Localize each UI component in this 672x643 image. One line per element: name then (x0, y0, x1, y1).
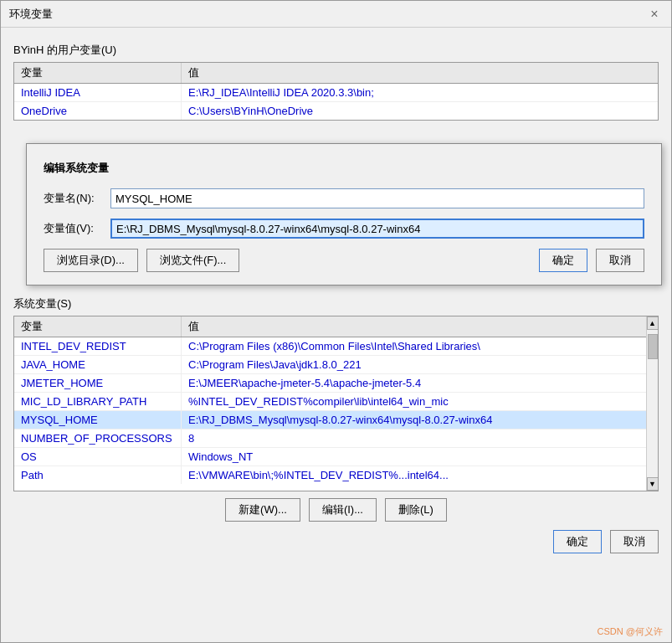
user-header-value: 值 (182, 63, 658, 83)
sys-row-0-value: C:\Program Files (x86)\Common Files\Inte… (182, 337, 646, 355)
watermark: CSDN @何义许 (598, 625, 663, 638)
user-vars-label: BYinH 的用户变量(U) (13, 43, 659, 58)
table-row[interactable]: OneDrive C:\Users\BYinH\OneDrive (14, 102, 658, 120)
sys-row-7-name: Path (14, 466, 182, 484)
scrollbar[interactable]: ▲ ▼ (646, 316, 658, 491)
sys-row-6-name: OS (14, 448, 182, 466)
value-input[interactable] (110, 219, 644, 239)
name-label: 变量名(N): (44, 191, 110, 206)
sys-vars-table: 变量 值 INTEL_DEV_REDIST C:\Program Files (… (13, 316, 659, 491)
scrollbar-thumb[interactable] (648, 334, 658, 359)
main-dialog: 环境变量 × BYinH 的用户变量(U) 变量 值 IntelliJ IDEA… (0, 0, 672, 643)
table-row[interactable]: IntelliJ IDEA E:\RJ_IDEA\IntelliJ IDEA 2… (14, 84, 658, 102)
new-button[interactable]: 新建(W)... (225, 498, 300, 522)
table-row[interactable]: OS Windows_NT (14, 448, 646, 466)
title-bar: 环境变量 × (1, 1, 671, 28)
sys-row-2-name: JMETER_HOME (14, 374, 182, 392)
table-row[interactable]: JAVA_HOME C:\Program Files\Java\jdk1.8.0… (14, 356, 646, 374)
sys-row-4-value: E:\RJ_DBMS_Mysql\mysql-8.0.27-winx64\mys… (182, 411, 646, 429)
name-form-row: 变量名(N): (44, 188, 644, 208)
user-vars-table: 变量 值 IntelliJ IDEA E:\RJ_IDEA\IntelliJ I… (13, 62, 659, 121)
sys-row-3-name: MIC_LD_LIBRARY_PATH (14, 393, 182, 410)
sys-table-inner: 变量 值 INTEL_DEV_REDIST C:\Program Files (… (14, 316, 646, 484)
browse-dir-button[interactable]: 浏览目录(D)... (44, 249, 138, 272)
table-row[interactable]: Path E:\VMWARE\bin\;%INTEL_DEV_REDIST%..… (14, 466, 646, 484)
user-row-1-value: E:\RJ_IDEA\IntelliJ IDEA 2020.3.3\bin; (182, 84, 658, 101)
cancel-button[interactable]: 取消 (610, 530, 659, 553)
edit-dialog: 编辑系统变量 变量名(N): 变量值(V): 浏览目录(D)... 浏览文件(F… (26, 143, 662, 285)
user-row-1-name: IntelliJ IDEA (14, 84, 182, 101)
sys-row-5-value: 8 (182, 430, 646, 447)
dialog-content: BYinH 的用户变量(U) 变量 值 IntelliJ IDEA E:\RJ_… (1, 28, 671, 566)
delete-button[interactable]: 删除(L) (385, 498, 447, 522)
ok-button[interactable]: 确定 (553, 530, 602, 553)
sys-header-name: 变量 (14, 316, 182, 337)
browse-file-button[interactable]: 浏览文件(F)... (146, 249, 239, 272)
edit-dialog-buttons: 浏览目录(D)... 浏览文件(F)... 确定 取消 (44, 249, 644, 272)
sys-row-7-value: E:\VMWARE\bin\;%INTEL_DEV_REDIST%...inte… (182, 466, 646, 484)
sys-header-value: 值 (182, 316, 646, 337)
footer-buttons: 确定 取消 (13, 530, 659, 553)
table-row[interactable]: MYSQL_HOME E:\RJ_DBMS_Mysql\mysql-8.0.27… (14, 411, 646, 430)
sys-vars-section: 系统变量(S) 变量 值 INTEL_DEV_REDIST C:\Program… (13, 296, 659, 522)
sys-row-3-value: %INTEL_DEV_REDIST%compiler\lib\intel64_w… (182, 393, 646, 410)
user-row-2-value: C:\Users\BYinH\OneDrive (182, 102, 658, 120)
sys-row-1-name: JAVA_HOME (14, 356, 182, 373)
sys-vars-label: 系统变量(S) (13, 296, 659, 311)
edit-cancel-button[interactable]: 取消 (596, 249, 644, 272)
edit-ok-button[interactable]: 确定 (539, 249, 587, 272)
sys-row-1-value: C:\Program Files\Java\jdk1.8.0_221 (182, 356, 646, 373)
name-input[interactable] (110, 188, 644, 208)
user-table-header: 变量 值 (14, 63, 658, 84)
sys-row-2-value: E:\JMEER\apache-jmeter-5.4\apache-jmeter… (182, 374, 646, 392)
sys-row-4-name: MYSQL_HOME (14, 411, 182, 429)
table-row[interactable]: NUMBER_OF_PROCESSORS 8 (14, 430, 646, 448)
scrollbar-up[interactable]: ▲ (647, 316, 659, 330)
close-button[interactable]: × (646, 6, 663, 23)
sys-row-5-name: NUMBER_OF_PROCESSORS (14, 430, 182, 447)
scrollbar-down[interactable]: ▼ (647, 477, 659, 491)
dialog-title: 环境变量 (9, 7, 53, 22)
sys-action-buttons: 新建(W)... 编辑(I)... 删除(L) (13, 498, 659, 522)
edit-button[interactable]: 编辑(I)... (309, 498, 377, 522)
table-row[interactable]: INTEL_DEV_REDIST C:\Program Files (x86)\… (14, 337, 646, 356)
sys-row-6-value: Windows_NT (182, 448, 646, 466)
value-label: 变量值(V): (44, 221, 110, 236)
sys-table-header: 变量 值 (14, 316, 646, 337)
table-row[interactable]: JMETER_HOME E:\JMEER\apache-jmeter-5.4\a… (14, 374, 646, 393)
user-header-name: 变量 (14, 63, 182, 83)
value-form-row: 变量值(V): (44, 219, 644, 239)
user-row-2-name: OneDrive (14, 102, 182, 120)
sys-row-0-name: INTEL_DEV_REDIST (14, 337, 182, 355)
table-row[interactable]: MIC_LD_LIBRARY_PATH %INTEL_DEV_REDIST%co… (14, 393, 646, 411)
edit-dialog-title: 编辑系统变量 (44, 161, 644, 176)
